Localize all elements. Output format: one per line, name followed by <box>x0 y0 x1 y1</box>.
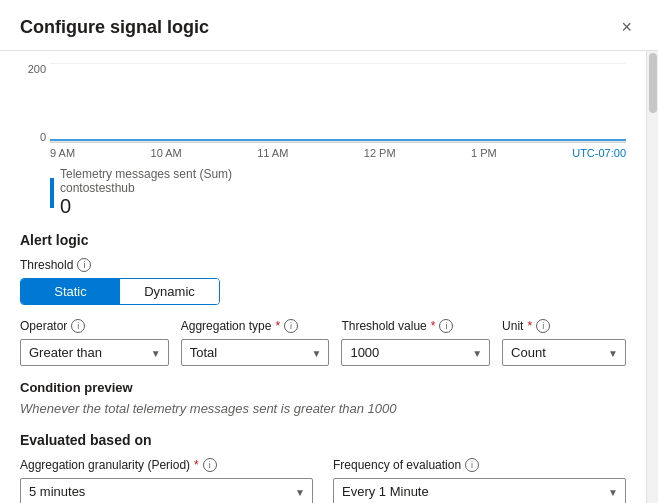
operator-select-wrapper: Greater than Less than Greater than or e… <box>20 339 169 366</box>
operator-info-icon[interactable]: i <box>71 319 85 333</box>
chart-container: 200 0 9 AM 10 AM 11 AM 12 P <box>20 63 626 163</box>
condition-preview-title: Condition preview <box>20 380 626 395</box>
scrollbar-thumb[interactable] <box>649 53 657 113</box>
aggregation-granularity-field: Aggregation granularity (Period) * i 1 m… <box>20 458 313 503</box>
chart-x-label-9am: 9 AM <box>50 147 75 159</box>
aggregation-granularity-select[interactable]: 1 minute 5 minutes 15 minutes 30 minutes… <box>20 478 313 503</box>
unit-label: Unit * i <box>502 319 626 333</box>
alert-logic-section-title: Alert logic <box>20 232 626 248</box>
evaluated-based-on-row: Aggregation granularity (Period) * i 1 m… <box>20 458 626 503</box>
dialog-header: Configure signal logic × <box>0 0 658 51</box>
aggregation-type-select[interactable]: Total Average Minimum Maximum Count <box>181 339 330 366</box>
unit-field: Unit * i Count Bytes Percent ▼ <box>502 319 626 366</box>
operator-label: Operator i <box>20 319 169 333</box>
scrollbar-track[interactable] <box>646 51 658 503</box>
unit-info-icon[interactable]: i <box>536 319 550 333</box>
chart-y-label-200: 200 <box>28 63 46 75</box>
chart-legend: Telemetry messages sent (Sum) contostest… <box>50 167 626 218</box>
threshold-toggle-group: Static Dynamic <box>20 278 220 305</box>
legend-info: Telemetry messages sent (Sum) contostest… <box>60 167 232 218</box>
operator-select[interactable]: Greater than Less than Greater than or e… <box>20 339 169 366</box>
chart-x-label-12pm: 12 PM <box>364 147 396 159</box>
legend-source: contostesthub <box>60 181 232 195</box>
chart-y-axis: 200 0 <box>20 63 50 143</box>
chart-svg <box>50 63 626 142</box>
threshold-value-required: * <box>431 319 436 333</box>
chart-x-label-10am: 10 AM <box>151 147 182 159</box>
unit-select[interactable]: Count Bytes Percent <box>502 339 626 366</box>
legend-line: Telemetry messages sent (Sum) contostest… <box>50 167 626 218</box>
frequency-select[interactable]: Every 1 Minute Every 5 Minutes Every 15 … <box>333 478 626 503</box>
legend-color-bar <box>50 178 54 208</box>
chart-y-label-0: 0 <box>40 131 46 143</box>
frequency-select-wrapper: Every 1 Minute Every 5 Minutes Every 15 … <box>333 478 626 503</box>
aggregation-granularity-label: Aggregation granularity (Period) * i <box>20 458 313 472</box>
unit-required: * <box>527 319 532 333</box>
alert-logic-form-row: Operator i Greater than Less than Greate… <box>20 319 626 366</box>
legend-value: 0 <box>60 195 232 218</box>
dialog-body: 200 0 9 AM 10 AM 11 AM 12 P <box>0 51 658 503</box>
threshold-value-info-icon[interactable]: i <box>439 319 453 333</box>
legend-name: Telemetry messages sent (Sum) <box>60 167 232 181</box>
chart-x-axis: 9 AM 10 AM 11 AM 12 PM 1 PM UTC-07:00 <box>50 143 626 163</box>
threshold-value-select[interactable]: 1000 <box>341 339 490 366</box>
aggregation-granularity-required: * <box>194 458 199 472</box>
aggregation-granularity-select-wrapper: 1 minute 5 minutes 15 minutes 30 minutes… <box>20 478 313 503</box>
main-content: 200 0 9 AM 10 AM 11 AM 12 P <box>0 51 646 503</box>
aggregation-granularity-info-icon[interactable]: i <box>203 458 217 472</box>
aggregation-type-required: * <box>275 319 280 333</box>
frequency-of-evaluation-field: Frequency of evaluation i Every 1 Minute… <box>333 458 626 503</box>
chart-x-label-11am: 11 AM <box>257 147 288 159</box>
operator-field: Operator i Greater than Less than Greate… <box>20 319 169 366</box>
threshold-value-label: Threshold value * i <box>341 319 490 333</box>
static-toggle-button[interactable]: Static <box>21 279 120 304</box>
frequency-info-icon[interactable]: i <box>465 458 479 472</box>
threshold-info-icon[interactable]: i <box>77 258 91 272</box>
aggregation-type-label: Aggregation type * i <box>181 319 330 333</box>
dynamic-toggle-button[interactable]: Dynamic <box>120 279 219 304</box>
condition-preview-text: Whenever the total telemetry messages se… <box>20 401 626 416</box>
close-button[interactable]: × <box>615 16 638 38</box>
threshold-label: Threshold i <box>20 258 626 272</box>
chart-plot-area <box>50 63 626 143</box>
chart-x-label-1pm: 1 PM <box>471 147 497 159</box>
aggregation-type-field: Aggregation type * i Total Average Minim… <box>181 319 330 366</box>
configure-signal-dialog: Configure signal logic × 200 0 <box>0 0 658 503</box>
evaluated-based-on-title: Evaluated based on <box>20 432 626 448</box>
aggregation-type-select-wrapper: Total Average Minimum Maximum Count ▼ <box>181 339 330 366</box>
unit-select-wrapper: Count Bytes Percent ▼ <box>502 339 626 366</box>
frequency-of-evaluation-label: Frequency of evaluation i <box>333 458 626 472</box>
threshold-value-select-wrapper: 1000 ▼ <box>341 339 490 366</box>
chart-x-label-utc: UTC-07:00 <box>572 147 626 159</box>
dialog-title: Configure signal logic <box>20 17 209 38</box>
threshold-value-field: Threshold value * i 1000 ▼ <box>341 319 490 366</box>
aggregation-type-info-icon[interactable]: i <box>284 319 298 333</box>
